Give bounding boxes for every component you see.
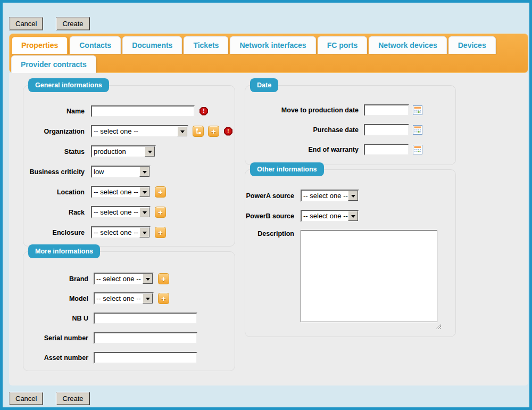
powerb-source-select[interactable]: -- select one -- [301,210,359,222]
description-label: Description [245,230,294,237]
add-organization-button[interactable]: + [208,126,219,137]
dropdown-arrow-icon [143,274,153,284]
end-of-warranty-label: End of warranty [245,146,359,153]
hierarchy-browse-button[interactable] [193,126,204,137]
move-to-production-row: Move to production date [245,104,455,116]
create-button[interactable]: Create [56,392,89,405]
tab-fc-ports[interactable]: FC ports [318,36,368,54]
rack-row: Rack -- select one -- + [23,206,235,218]
cancel-button[interactable]: Cancel [9,17,43,30]
add-rack-button[interactable]: + [155,207,166,218]
name-label: Name [23,108,85,115]
fieldset-other-informations: Other informations PowerA source -- sele… [245,169,456,337]
cancel-button[interactable]: Cancel [9,392,43,405]
legend-other-informations: Other informations [250,162,324,176]
tab-devices[interactable]: Devices [448,36,496,54]
add-enclosure-button[interactable]: + [155,227,166,238]
powerb-source-label: PowerB source [245,212,294,220]
dropdown-arrow-icon [139,167,149,177]
location-label: Location [23,188,85,196]
business-criticity-row: Business criticity low [23,166,235,178]
serial-number-input[interactable] [94,332,197,344]
create-button[interactable]: Create [56,17,89,30]
dropdown-arrow-icon [139,187,149,197]
end-of-warranty-row: End of warranty [245,143,455,155]
asset-number-input[interactable] [94,352,197,364]
business-criticity-label: Business criticity [23,168,85,176]
tab-row-1: Properties Contacts Documents Tickets Ne… [10,34,528,54]
plus-icon: + [158,228,163,237]
tab-provider-contracts[interactable]: Provider contracts [11,55,96,73]
enclosure-select[interactable]: -- select one -- [91,226,151,239]
dropdown-arrow-icon [139,207,149,217]
dropdown-arrow-icon [348,211,358,221]
fieldset-date: Date Move to production date [245,85,456,165]
brand-select[interactable]: -- select one -- [94,273,154,285]
add-model-button[interactable]: + [158,293,169,304]
brand-label: Brand [23,275,88,283]
resize-grip-icon[interactable] [436,324,441,329]
brand-row: Brand -- select one -- + [23,273,235,285]
dropdown-arrow-icon [143,293,153,304]
name-input[interactable] [91,105,195,117]
dropdown-arrow-icon [139,227,149,237]
legend-date: Date [250,78,278,92]
dropdown-arrow-icon [177,126,187,136]
organization-row: Organization -- select one -- + ! [23,125,235,137]
status-label: Status [23,148,85,155]
bottom-toolbar: Cancel Create [9,392,90,405]
description-row: Description [245,230,455,324]
description-textarea[interactable] [301,230,437,322]
status-select[interactable]: production [91,145,156,158]
tab-strip: Properties Contacts Documents Tickets Ne… [9,34,528,73]
tab-row-2: Provider contracts [10,54,528,73]
tab-network-devices[interactable]: Network devices [369,36,447,54]
tab-contacts[interactable]: Contacts [70,36,121,54]
dropdown-arrow-icon [348,191,358,201]
business-criticity-select[interactable]: low [91,166,151,178]
serial-number-row: Serial number [23,332,235,344]
nb-u-label: NB U [23,315,88,322]
powera-source-select[interactable]: -- select one -- [301,190,359,202]
nb-u-row: NB U [23,312,235,324]
model-label: Model [23,295,88,302]
tab-properties[interactable]: Properties [11,36,68,54]
organization-label: Organization [23,128,85,135]
tab-tickets[interactable]: Tickets [184,36,228,54]
add-brand-button[interactable]: + [158,273,169,284]
model-select[interactable]: -- select one -- [94,292,154,305]
properties-panel: General informations Name ! Organization… [9,73,528,386]
fieldset-more-informations: More informations Brand -- select one --… [23,251,235,371]
rack-select[interactable]: -- select one -- [91,206,151,218]
calendar-icon [413,125,422,135]
fieldset-general-informations: General informations Name ! Organization… [23,85,235,247]
add-location-button[interactable]: + [155,186,166,198]
purchase-date-label: Purchase date [245,126,359,134]
mandatory-icon: ! [224,127,232,136]
plus-icon: + [161,274,166,284]
plus-icon: + [158,208,163,217]
end-of-warranty-input[interactable] [364,144,409,155]
calendar-picker-button[interactable] [413,145,422,154]
enclosure-row: Enclosure -- select one -- + [23,226,235,239]
hierarchy-icon [195,128,202,135]
plus-icon: + [161,294,166,304]
name-row: Name ! [23,105,235,117]
legend-more-informations: More informations [28,244,100,258]
move-to-production-label: Move to production date [245,106,359,114]
asset-number-label: Asset number [23,354,88,362]
calendar-picker-button[interactable] [413,105,422,115]
location-select[interactable]: -- select one -- [91,186,151,198]
tab-documents[interactable]: Documents [122,36,182,54]
organization-select[interactable]: -- select one -- [91,125,188,137]
rack-label: Rack [23,209,85,216]
tab-network-interfaces[interactable]: Network interfaces [230,36,315,54]
asset-number-row: Asset number [23,351,235,364]
move-to-production-input[interactable] [364,104,409,116]
nb-u-input[interactable] [94,313,197,324]
calendar-icon [413,145,422,154]
purchase-date-input[interactable] [364,124,409,136]
plus-icon: + [211,127,216,136]
calendar-picker-button[interactable] [413,125,422,135]
powerb-source-row: PowerB source -- select one -- [245,210,455,222]
